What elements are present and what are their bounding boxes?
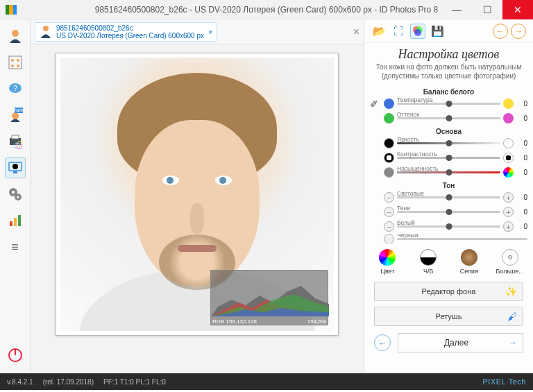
tab-portrait-icon: [40, 24, 52, 40]
document-tab[interactable]: 985162460500802_b26c US DV-2020 Лотерея …: [35, 22, 217, 42]
histogram-overlay: RGB 159,132,128 154,6%: [210, 270, 328, 325]
tab-text: 985162460500802_b26c US DV-2020 Лотерея …: [56, 24, 204, 40]
open-folder-icon[interactable]: 📂: [371, 24, 387, 39]
menu-icon[interactable]: ≡: [5, 237, 26, 257]
mode-color[interactable]: Цвет: [368, 249, 407, 275]
mode-bw-icon: [420, 249, 437, 266]
svg-rect-23: [10, 221, 12, 226]
nav-next-button[interactable]: Далее →: [398, 333, 523, 352]
magic-wand-icon: ✨: [505, 286, 517, 297]
svg-point-5: [17, 65, 19, 67]
color-mode-row: Цвет Ч/Б Сепия ⚙ Больше...: [364, 244, 533, 279]
temp-track[interactable]: Температура: [397, 103, 500, 105]
settings-icon[interactable]: [5, 184, 26, 205]
panel-top-right: ← →: [493, 24, 526, 39]
wh-value: 0: [516, 223, 527, 230]
histogram-pct: 154,6%: [307, 318, 326, 325]
group-tone: Тон: [370, 180, 527, 190]
multi-portrait-icon[interactable]: [5, 52, 26, 73]
slider-highlights: − Световые + 0: [370, 190, 527, 205]
wh-track[interactable]: Белый: [397, 225, 500, 228]
hl-left-knob: −: [384, 192, 394, 203]
tint-track[interactable]: Оттенок: [397, 117, 500, 119]
sh-left-knob: −: [384, 207, 394, 217]
color-adjust-icon[interactable]: [410, 24, 425, 39]
svg-point-31: [414, 29, 421, 36]
svg-point-17: [12, 164, 18, 169]
mode-more[interactable]: ⚙ Больше...: [491, 249, 530, 275]
single-portrait-icon[interactable]: [5, 26, 26, 46]
sat-left-knob: [384, 167, 394, 178]
nav-row: ← Далее →: [364, 329, 533, 358]
crop-icon[interactable]: ⛶: [391, 24, 406, 39]
group-balance: Баланс белого: [370, 86, 527, 96]
sat-value: 0: [516, 169, 527, 176]
left-toolbar: ? NEW ≡: [0, 19, 31, 373]
mode-color-icon: [379, 249, 396, 266]
tab-subtitle: US DV-2020 Лотерея (Green Card) 600x600 …: [56, 32, 204, 40]
slider-temperature: ✐ Температура 0: [370, 96, 527, 111]
minimize-button[interactable]: ―: [441, 0, 472, 19]
mode-sepia[interactable]: Сепия: [450, 249, 489, 275]
svg-text:NEW: NEW: [15, 108, 23, 112]
tab-bar: 985162460500802_b26c US DV-2020 Лотерея …: [31, 19, 364, 44]
contrast-value: 0: [516, 154, 527, 162]
hl-track[interactable]: Световые: [397, 196, 500, 198]
tab-close-icon[interactable]: ×: [208, 28, 212, 36]
slider-saturation: Насыщенность 0: [370, 165, 527, 180]
svg-point-2: [11, 59, 14, 62]
right-panel: 📂 ⛶ 💾 ← → Настройка цветов Тон кожи на ф…: [364, 19, 533, 373]
tint-value: 0: [516, 114, 527, 122]
svg-rect-1: [9, 56, 22, 69]
app-icon: [6, 5, 17, 15]
maximize-button[interactable]: ☐: [472, 0, 502, 19]
close-button[interactable]: ✕: [502, 0, 533, 19]
wh-right-knob: +: [503, 221, 514, 232]
svg-point-20: [12, 191, 15, 194]
retouch-button[interactable]: Ретушь 🖌: [374, 307, 523, 326]
tint-right-knob: [503, 113, 514, 123]
print-icon[interactable]: [5, 131, 26, 152]
stats-icon[interactable]: [5, 210, 26, 231]
save-icon[interactable]: 💾: [430, 24, 445, 39]
center-area: 985162460500802_b26c US DV-2020 Лотерея …: [31, 19, 364, 373]
histogram-rgb: RGB 159,132,128: [212, 318, 257, 325]
contrast-right-knob: [503, 153, 514, 163]
slider-shadows: − Тени + 0: [370, 205, 527, 219]
new-template-icon[interactable]: NEW: [5, 105, 26, 126]
app-body: ? NEW ≡ 985162460500802_b26c U: [0, 19, 533, 373]
bg-editor-button[interactable]: Редактор фона ✨: [374, 282, 523, 301]
power-icon[interactable]: [5, 345, 26, 366]
next-top-button[interactable]: →: [511, 24, 526, 39]
mode-more-icon: ⚙: [502, 249, 518, 266]
svg-rect-12: [12, 135, 19, 139]
status-bar: v.8.4.2.1 (rel. 17.09.2018) PF:1 T1:0 PL…: [0, 373, 533, 390]
portrait-image[interactable]: RGB 159,132,128 154,6%: [60, 58, 334, 331]
bright-right-knob: [503, 138, 514, 148]
mode-sepia-icon: [461, 249, 477, 266]
status-version: v.8.4.2.1: [7, 378, 33, 386]
nav-back-button[interactable]: ←: [374, 334, 391, 351]
hl-value: 0: [516, 194, 527, 201]
panel-top-toolbar: 📂 ⛶ 💾 ← →: [364, 19, 533, 43]
tab-right-controls: ×: [353, 26, 359, 38]
slider-tint: Оттенок 0: [370, 111, 527, 126]
panel-subtitle: Тон кожи на фото должен быть натуральным…: [364, 62, 533, 86]
bright-value: 0: [516, 139, 527, 147]
svg-rect-18: [13, 171, 17, 173]
monitor-color-icon[interactable]: [5, 157, 26, 178]
brush-icon: 🖌: [507, 311, 517, 322]
clear-tab-icon[interactable]: ×: [353, 26, 359, 38]
sat-track[interactable]: Насыщенность: [397, 171, 500, 173]
prev-top-button[interactable]: ←: [493, 24, 508, 39]
contrast-left-knob: [384, 153, 394, 163]
sh-track[interactable]: Тени: [397, 211, 500, 213]
temp-right-knob: [503, 99, 514, 109]
contrast-track[interactable]: Контрастность: [397, 157, 500, 159]
tint-left-knob: [384, 113, 394, 123]
mode-bw[interactable]: Ч/Б: [409, 249, 448, 275]
eyedropper-icon[interactable]: ✐: [370, 99, 381, 110]
sh-right-knob: +: [503, 207, 514, 217]
help-chat-icon[interactable]: ?: [5, 78, 26, 99]
bright-track[interactable]: Яркость: [397, 142, 500, 144]
